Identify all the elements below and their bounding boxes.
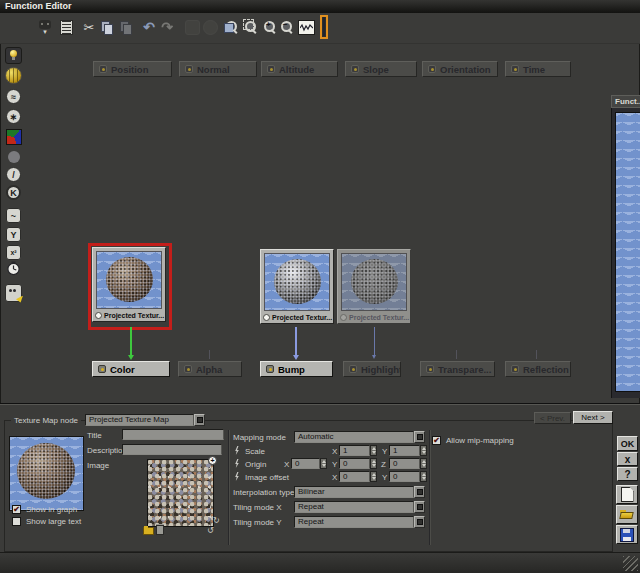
time-node-icon[interactable] (5, 262, 22, 279)
interpolation-dropdown-button[interactable] (414, 486, 425, 498)
origin-x-field[interactable]: 0 (291, 458, 320, 469)
function-preview-titlebar[interactable]: Funct... (611, 95, 640, 108)
redo-icon[interactable]: ↷ (158, 17, 176, 37)
zoom-region-icon[interactable] (242, 17, 260, 37)
function-preview-image[interactable] (615, 112, 640, 392)
graph-preview-icon[interactable] (297, 17, 315, 37)
cancel-button[interactable]: x (617, 452, 638, 466)
new-node-menu-icon[interactable]: ▾ (36, 17, 54, 37)
scale-y-field[interactable]: 1 (389, 445, 420, 456)
turbulence-node-icon[interactable]: ~ (5, 207, 22, 224)
node-lamp-icon (349, 365, 357, 373)
allow-mip-mapping-checkbox[interactable]: ✔ (432, 436, 441, 445)
interpolation-dropdown[interactable]: Bilinear (294, 486, 414, 498)
texture-node-bump[interactable]: Projected Textur... (260, 249, 334, 324)
offset-y-spinner[interactable] (420, 471, 427, 482)
disabled-node-tool-2-icon[interactable] (201, 17, 219, 37)
mapping-mode-dropdown[interactable]: Automatic (294, 431, 414, 443)
offset-x-field[interactable]: 0 (339, 471, 370, 482)
save-function-button[interactable] (616, 525, 638, 544)
new-function-button[interactable] (616, 485, 638, 504)
delete-image-trash-icon[interactable] (156, 525, 164, 535)
constant-k-node-icon[interactable]: K (5, 184, 22, 201)
output-dot-icon (340, 314, 347, 321)
output-node-transparency[interactable]: Transpare... (420, 361, 495, 377)
noise-node-icon[interactable]: ≈ (5, 88, 22, 105)
texture-preview (96, 251, 162, 309)
rotate-ccw-icon[interactable]: ↺ (207, 527, 214, 535)
input-node-slope[interactable]: Slope (345, 61, 417, 77)
disabled-node-tool-icon[interactable] (183, 17, 201, 37)
tiling-y-dropdown[interactable]: Repeat (294, 516, 414, 528)
scale-y-spinner[interactable] (420, 445, 427, 456)
offset-y-field[interactable]: 0 (389, 471, 420, 482)
prev-button[interactable]: < Prev. (534, 412, 571, 424)
output-node-bump[interactable]: Bump (260, 361, 333, 377)
tiling-x-dropdown-button[interactable] (414, 501, 425, 513)
load-image-folder-icon[interactable] (143, 527, 154, 535)
output-node-reflection[interactable]: Reflection (505, 361, 571, 377)
light-node-icon[interactable] (5, 47, 22, 64)
offset-x-spinner[interactable] (370, 471, 377, 482)
texture-node-highlight[interactable]: Projected Textur... (337, 249, 411, 324)
tiling-y-dropdown-button[interactable] (414, 516, 425, 528)
output-node-alpha[interactable]: Alpha (178, 361, 242, 377)
math-node-icon[interactable]: x² (5, 244, 22, 261)
add-image-icon[interactable]: + (208, 456, 217, 465)
texture-node-color[interactable]: Projected Textur... (92, 247, 166, 322)
cut-icon[interactable]: ✂ (80, 17, 98, 37)
mapping-mode-dropdown-button[interactable] (414, 431, 425, 443)
origin-y-spinner[interactable] (370, 458, 377, 469)
scale-x-spinner[interactable] (370, 445, 377, 456)
input-node-position[interactable]: Position (93, 61, 172, 77)
title-field[interactable] (122, 429, 224, 440)
copy-icon[interactable] (98, 17, 116, 37)
origin-z-spinner[interactable] (420, 458, 427, 469)
zoom-fit-icon[interactable] (223, 17, 241, 37)
image-display-toggle-icon[interactable] (315, 17, 333, 37)
node-type-dropdown[interactable]: Projected Texture Map (85, 414, 194, 426)
combiner-node-icon[interactable]: Y (5, 226, 22, 243)
ok-button[interactable]: OK (617, 436, 638, 451)
constant-node-icon[interactable] (5, 148, 22, 165)
show-in-graph-checkbox[interactable]: ✔ (12, 505, 21, 514)
image-thumbnail[interactable] (147, 459, 214, 527)
tiling-x-dropdown[interactable]: Repeat (294, 501, 414, 513)
node-list-icon[interactable] (57, 17, 75, 37)
resize-grip[interactable] (623, 556, 638, 571)
allow-mip-mapping-label: Allow mip-mapping (446, 436, 514, 445)
save-disk-icon (620, 528, 634, 542)
lamp-node-icon[interactable] (5, 67, 22, 84)
node-preview-image[interactable] (9, 436, 84, 511)
connection-color (130, 327, 132, 357)
color-map-node-icon[interactable] (5, 128, 22, 145)
input-node-time[interactable]: Time (505, 61, 571, 77)
origin-x-spinner[interactable] (320, 458, 327, 469)
node-lamp-icon (267, 65, 275, 73)
help-button[interactable]: ? (617, 467, 638, 481)
origin-y-field[interactable]: 0 (339, 458, 370, 469)
rotate-cw-icon[interactable]: ↻ (213, 517, 220, 525)
undo-icon[interactable]: ↶ (140, 17, 158, 37)
description-field[interactable] (122, 444, 222, 455)
origin-z-field[interactable]: 0 (389, 458, 420, 469)
input-node-orientation[interactable]: Orientation (422, 61, 498, 77)
load-function-button[interactable] (616, 505, 638, 524)
filter-node-icon[interactable]: / (5, 166, 22, 183)
fractal-node-icon[interactable]: ∗ (5, 108, 22, 125)
scale-x-field[interactable]: 1 (339, 445, 370, 456)
paste-icon[interactable] (117, 17, 135, 37)
input-node-altitude[interactable]: Altitude (261, 61, 338, 77)
zoom-in-icon[interactable]: + (261, 17, 279, 37)
output-node-highlight[interactable]: Highlight (343, 361, 401, 377)
show-large-text-checkbox[interactable] (12, 517, 21, 526)
node-type-dropdown-button[interactable] (194, 414, 205, 426)
metanode-icon[interactable] (5, 283, 22, 302)
show-large-text-label: Show large text (26, 517, 81, 526)
input-node-normal[interactable]: Normal (179, 61, 257, 77)
scale-x-axis-label: X (332, 447, 337, 456)
window-titlebar[interactable]: Function Editor (0, 0, 640, 13)
zoom-out-icon[interactable]: − (278, 17, 296, 37)
next-button[interactable]: Next > (573, 411, 613, 424)
output-node-color[interactable]: Color (92, 361, 170, 377)
